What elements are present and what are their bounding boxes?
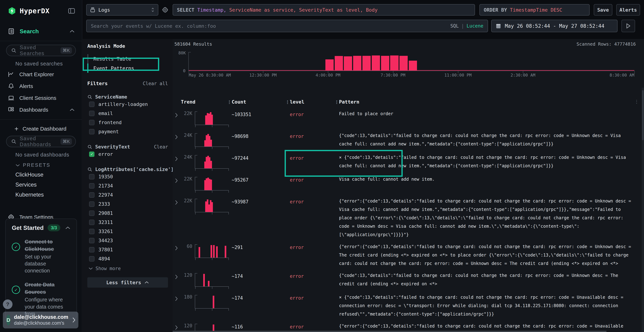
table-row[interactable]: 24K ~97244 error × {"code":13,"details":… <box>174 154 644 172</box>
checkbox[interactable]: ✓ <box>89 183 94 188</box>
analysis-mode-option[interactable]: Results Table <box>87 54 168 64</box>
get-started-item[interactable]: ✓ Connect to ClickHouse Set up your data… <box>12 238 70 274</box>
filter-option[interactable]: ✓ 21734 <box>87 181 168 190</box>
table-row[interactable]: 24K ~98698 error {"code":13,"details":"f… <box>174 132 644 150</box>
expand-row-chevron-icon[interactable] <box>174 176 181 193</box>
query-language-toggle[interactable]: SQL | Lucene <box>450 23 483 28</box>
chevron-up-icon[interactable] <box>70 30 75 33</box>
column-menu-icon[interactable]: ⋮ <box>285 100 290 105</box>
user-menu[interactable]: D dale@clickhouse.com dale@clickhouse.co… <box>3 312 78 328</box>
sidebar-preset-item[interactable]: ClickHouse <box>0 170 82 180</box>
show-more-button[interactable]: Show more <box>87 263 168 271</box>
checkbox[interactable]: ✓ <box>89 220 94 225</box>
saved-searches-input[interactable]: Saved Searches ⌘K <box>6 45 76 56</box>
analysis-mode-option[interactable]: Event Patterns <box>87 64 168 73</box>
table-row[interactable]: 22K ~93987 error {"error":{"code":13,"de… <box>174 198 644 239</box>
checkbox[interactable]: ✓ <box>89 120 94 125</box>
column-header-pattern[interactable]: ⋮Pattern <box>339 99 644 105</box>
filter-option[interactable]: ✓ 19350 <box>87 172 168 181</box>
checkbox[interactable]: ✓ <box>89 238 94 243</box>
sidebar-item-client-sessions[interactable]: Client Sessions <box>0 92 82 104</box>
column-header-level[interactable]: ⋮level <box>290 99 339 105</box>
sidebar-item-search[interactable]: Search <box>0 26 82 37</box>
checkbox[interactable]: ✓ <box>89 111 94 116</box>
source-settings-gear-icon[interactable] <box>162 6 168 13</box>
help-button[interactable]: ? <box>3 300 12 309</box>
filter-option[interactable]: ✓ payment <box>87 127 168 136</box>
filter-option[interactable]: ✓ 29081 <box>87 208 168 218</box>
checkbox[interactable]: ✓ <box>89 202 94 207</box>
checkbox[interactable]: ✓ <box>89 102 94 107</box>
less-filters-button[interactable]: Less filters <box>87 277 168 288</box>
column-header-count[interactable]: ⋮Count <box>232 99 290 105</box>
clear-group-button[interactable]: Clear <box>154 144 168 150</box>
vertical-scrollbar[interactable] <box>642 88 644 332</box>
select-clause-input[interactable]: SELECT Timestamp, ServiceName as service… <box>173 4 475 16</box>
table-row[interactable]: 120 ~174 error {"code":13,"details":"fai… <box>174 272 644 290</box>
filter-option[interactable]: ✓ 2333 <box>87 200 168 208</box>
horizontal-scrollbar[interactable] <box>173 331 606 332</box>
lucene-toggle[interactable]: Lucene <box>466 23 483 28</box>
checkbox[interactable]: ✓ <box>89 192 94 198</box>
search-icon[interactable] <box>87 94 92 100</box>
order-by-input[interactable]: ORDER BY TimestampTime DESC <box>480 4 590 16</box>
table-menu-icon[interactable]: ⋮ <box>634 99 639 104</box>
table-row[interactable]: 22K ~95267 error Visa cache full: cannot… <box>174 176 644 193</box>
filter-option[interactable]: ✓ artillery-loadgen <box>87 100 168 109</box>
checkbox[interactable]: ✓ <box>89 229 94 234</box>
column-menu-icon[interactable]: ⋮ <box>334 100 339 105</box>
checkbox[interactable]: ✓ <box>89 256 94 262</box>
filter-option[interactable]: ✓ email <box>87 109 168 118</box>
sidebar-preset-item[interactable]: Services <box>0 180 82 190</box>
chevron-up-icon[interactable] <box>65 226 70 230</box>
expand-row-chevron-icon[interactable] <box>174 154 181 172</box>
count-cell: ~95267 <box>232 176 290 193</box>
expand-row-chevron-icon[interactable] <box>174 198 181 239</box>
sidebar-item-alerts[interactable]: Alerts <box>0 80 82 92</box>
expand-row-chevron-icon[interactable] <box>174 132 181 150</box>
column-header-trend[interactable]: Trend <box>181 99 232 105</box>
search-input[interactable]: Search your events w/ Lucene ex. column:… <box>86 20 488 32</box>
trend-cell: 120 <box>181 272 232 290</box>
expand-row-chevron-icon[interactable] <box>174 244 181 268</box>
chevron-up-icon[interactable] <box>70 108 75 112</box>
checkbox[interactable]: ✓ <box>89 174 94 180</box>
source-select[interactable]: Logs <box>86 4 158 16</box>
collapse-sidebar-icon[interactable] <box>68 8 75 14</box>
filter-option[interactable]: ✓ 32311 <box>87 218 168 227</box>
filter-option[interactable]: ✓ 37801 <box>87 245 168 254</box>
run-query-button[interactable] <box>622 20 635 32</box>
checkbox[interactable]: ✓ <box>89 210 94 216</box>
sql-toggle[interactable]: SQL <box>450 23 459 28</box>
save-button[interactable]: Save <box>594 4 612 16</box>
filter-option[interactable]: ✓ 22974 <box>87 190 168 200</box>
filter-option[interactable]: ✓ error <box>87 150 168 159</box>
sidebar-item-dashboards[interactable]: Dashboards <box>0 104 82 116</box>
sidebar-preset-item[interactable]: Kubernetes <box>0 190 82 200</box>
results-histogram[interactable]: 80K 0 May 26 8:30:00 AM12:30:00 PM4:00:0… <box>174 52 636 86</box>
presets-toggle[interactable]: PRESETS <box>0 160 82 170</box>
table-row[interactable]: 60 ~291 error {"error":{"code":13,"detai… <box>174 244 644 268</box>
time-range-picker[interactable]: May 26 08:52:44 - May 27 08:52:44 <box>491 20 618 32</box>
filter-option[interactable]: ✓ 34423 <box>87 236 168 245</box>
checkbox[interactable]: ✓ <box>89 129 94 134</box>
table-row[interactable]: 22K ~103351 error Failed to place order <box>174 111 644 128</box>
checkbox[interactable]: ✓ <box>89 152 94 157</box>
clear-all-filters-button[interactable]: Clear all <box>143 81 168 86</box>
filter-option[interactable]: ✓ 33261 <box>87 227 168 236</box>
filter-option[interactable]: ✓ frontend <box>87 118 168 127</box>
expand-row-chevron-icon[interactable] <box>174 111 181 128</box>
saved-dashboards-input[interactable]: Saved Dashboards ⌘K <box>6 136 76 147</box>
table-row[interactable]: 180 ~174 error × {"code":13,"details":"f… <box>174 294 644 318</box>
expand-row-chevron-icon[interactable] <box>174 272 181 290</box>
search-icon[interactable] <box>87 167 92 172</box>
filter-option[interactable]: ✓ 4894 <box>87 254 168 263</box>
alerts-button[interactable]: Alerts <box>616 4 640 16</box>
checkbox[interactable]: ✓ <box>89 247 94 252</box>
create-dashboard-button[interactable]: Create Dashboard <box>0 123 82 134</box>
scrollbar-thumb[interactable] <box>642 90 644 140</box>
expand-row-chevron-icon[interactable] <box>174 294 181 318</box>
search-icon[interactable] <box>87 144 92 149</box>
column-menu-icon[interactable]: ⋮ <box>227 100 232 105</box>
sidebar-item-chart-explorer[interactable]: Chart Explorer <box>0 68 82 80</box>
